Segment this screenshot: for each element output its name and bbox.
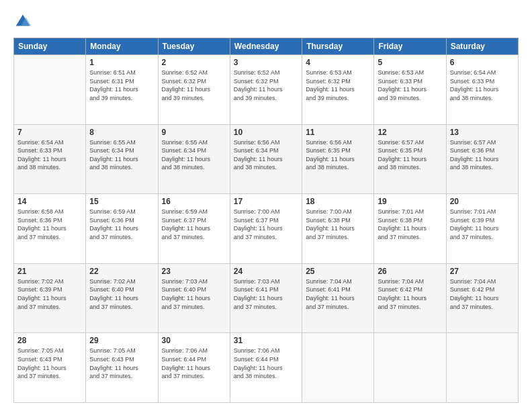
calendar-week-row: 28Sunrise: 7:05 AM Sunset: 6:43 PM Dayli… [14,333,519,403]
calendar-cell: 16Sunrise: 6:59 AM Sunset: 6:37 PM Dayli… [158,194,230,264]
day-number: 30 [162,336,226,345]
calendar-cell: 12Sunrise: 6:57 AM Sunset: 6:35 PM Dayli… [374,124,446,194]
calendar-cell: 4Sunrise: 6:53 AM Sunset: 6:32 PM Daylig… [302,55,374,125]
day-number: 15 [89,197,154,206]
day-number: 1 [89,58,154,67]
calendar-cell: 24Sunrise: 7:03 AM Sunset: 6:41 PM Dayli… [230,263,302,333]
calendar-week-row: 21Sunrise: 7:02 AM Sunset: 6:39 PM Dayli… [14,263,519,333]
day-info: Sunrise: 7:05 AM Sunset: 6:43 PM Dayligh… [17,347,82,380]
day-number: 6 [450,58,515,67]
calendar-week-row: 1Sunrise: 6:51 AM Sunset: 6:31 PM Daylig… [14,55,519,125]
day-info: Sunrise: 7:05 AM Sunset: 6:43 PM Dayligh… [89,347,154,380]
day-header-friday: Friday [374,38,446,55]
day-number: 14 [17,197,82,206]
calendar-header-row: SundayMondayTuesdayWednesdayThursdayFrid… [14,38,519,55]
calendar-week-row: 14Sunrise: 6:58 AM Sunset: 6:36 PM Dayli… [14,194,519,264]
day-number: 4 [306,58,370,67]
day-number: 13 [450,128,515,137]
day-number: 2 [162,58,226,67]
day-number: 20 [450,197,515,206]
day-number: 3 [234,58,298,67]
calendar-cell: 9Sunrise: 6:55 AM Sunset: 6:34 PM Daylig… [158,124,230,194]
day-number: 29 [89,336,154,345]
day-info: Sunrise: 6:54 AM Sunset: 6:33 PM Dayligh… [450,68,515,102]
day-header-wednesday: Wednesday [230,38,302,55]
calendar-cell [302,333,374,403]
day-number: 24 [234,267,298,276]
calendar-cell: 3Sunrise: 6:52 AM Sunset: 6:32 PM Daylig… [230,55,302,125]
calendar-cell: 25Sunrise: 7:04 AM Sunset: 6:41 PM Dayli… [302,263,374,333]
calendar-cell: 11Sunrise: 6:56 AM Sunset: 6:35 PM Dayli… [302,124,374,194]
day-info: Sunrise: 6:57 AM Sunset: 6:36 PM Dayligh… [450,138,515,172]
header [13,12,519,31]
calendar-cell: 19Sunrise: 7:01 AM Sunset: 6:38 PM Dayli… [374,194,446,264]
calendar-cell: 20Sunrise: 7:01 AM Sunset: 6:39 PM Dayli… [446,194,518,264]
day-number: 17 [234,197,298,206]
day-info: Sunrise: 6:59 AM Sunset: 6:36 PM Dayligh… [89,208,154,241]
calendar-week-row: 7Sunrise: 6:54 AM Sunset: 6:33 PM Daylig… [14,124,519,194]
day-info: Sunrise: 7:01 AM Sunset: 6:38 PM Dayligh… [378,208,442,241]
calendar-cell: 15Sunrise: 6:59 AM Sunset: 6:36 PM Dayli… [86,194,158,264]
day-number: 28 [17,336,82,345]
calendar-cell: 14Sunrise: 6:58 AM Sunset: 6:36 PM Dayli… [14,194,86,264]
calendar-cell: 1Sunrise: 6:51 AM Sunset: 6:31 PM Daylig… [86,55,158,125]
calendar-cell: 5Sunrise: 6:53 AM Sunset: 6:33 PM Daylig… [374,55,446,125]
day-info: Sunrise: 6:56 AM Sunset: 6:35 PM Dayligh… [306,138,370,172]
day-number: 22 [89,267,154,276]
day-number: 9 [162,128,226,137]
day-number: 12 [378,128,442,137]
calendar-cell: 29Sunrise: 7:05 AM Sunset: 6:43 PM Dayli… [86,333,158,403]
calendar-cell: 10Sunrise: 6:56 AM Sunset: 6:34 PM Dayli… [230,124,302,194]
calendar-cell: 27Sunrise: 7:04 AM Sunset: 6:42 PM Dayli… [446,263,518,333]
calendar-cell: 30Sunrise: 7:06 AM Sunset: 6:44 PM Dayli… [158,333,230,403]
day-info: Sunrise: 7:04 AM Sunset: 6:42 PM Dayligh… [450,277,515,311]
calendar-cell: 26Sunrise: 7:04 AM Sunset: 6:42 PM Dayli… [374,263,446,333]
day-number: 26 [378,267,442,276]
day-number: 8 [89,128,154,137]
calendar-cell: 8Sunrise: 6:55 AM Sunset: 6:34 PM Daylig… [86,124,158,194]
day-number: 5 [378,58,442,67]
calendar-cell: 28Sunrise: 7:05 AM Sunset: 6:43 PM Dayli… [14,333,86,403]
day-number: 27 [450,267,515,276]
day-info: Sunrise: 6:59 AM Sunset: 6:37 PM Dayligh… [162,208,226,241]
day-info: Sunrise: 6:54 AM Sunset: 6:33 PM Dayligh… [17,138,82,172]
day-info: Sunrise: 7:04 AM Sunset: 6:41 PM Dayligh… [306,277,370,311]
day-info: Sunrise: 7:01 AM Sunset: 6:39 PM Dayligh… [450,208,515,241]
day-info: Sunrise: 7:00 AM Sunset: 6:37 PM Dayligh… [234,208,298,241]
calendar-cell: 7Sunrise: 6:54 AM Sunset: 6:33 PM Daylig… [14,124,86,194]
calendar-page: SundayMondayTuesdayWednesdayThursdayFrid… [0,0,532,411]
logo [13,12,35,31]
calendar-cell: 17Sunrise: 7:00 AM Sunset: 6:37 PM Dayli… [230,194,302,264]
day-number: 10 [234,128,298,137]
calendar-cell: 18Sunrise: 7:00 AM Sunset: 6:38 PM Dayli… [302,194,374,264]
day-number: 31 [234,336,298,345]
day-info: Sunrise: 7:03 AM Sunset: 6:41 PM Dayligh… [234,277,298,311]
day-info: Sunrise: 6:53 AM Sunset: 6:32 PM Dayligh… [306,68,370,102]
day-info: Sunrise: 6:56 AM Sunset: 6:34 PM Dayligh… [234,138,298,172]
calendar-table: SundayMondayTuesdayWednesdayThursdayFrid… [13,38,519,403]
day-number: 18 [306,197,370,206]
day-info: Sunrise: 6:55 AM Sunset: 6:34 PM Dayligh… [162,138,226,172]
calendar-cell: 2Sunrise: 6:52 AM Sunset: 6:32 PM Daylig… [158,55,230,125]
day-info: Sunrise: 7:02 AM Sunset: 6:39 PM Dayligh… [17,277,82,311]
day-number: 19 [378,197,442,206]
day-number: 16 [162,197,226,206]
day-info: Sunrise: 7:06 AM Sunset: 6:44 PM Dayligh… [162,347,226,380]
day-number: 7 [17,128,82,137]
day-info: Sunrise: 7:06 AM Sunset: 6:44 PM Dayligh… [234,347,298,380]
day-header-tuesday: Tuesday [158,38,230,55]
day-info: Sunrise: 6:51 AM Sunset: 6:31 PM Dayligh… [89,68,154,102]
day-header-sunday: Sunday [14,38,86,55]
day-header-monday: Monday [86,38,158,55]
calendar-cell: 22Sunrise: 7:02 AM Sunset: 6:40 PM Dayli… [86,263,158,333]
day-number: 11 [306,128,370,137]
calendar-cell [374,333,446,403]
day-header-thursday: Thursday [302,38,374,55]
calendar-cell [14,55,86,125]
calendar-cell: 13Sunrise: 6:57 AM Sunset: 6:36 PM Dayli… [446,124,518,194]
day-info: Sunrise: 7:04 AM Sunset: 6:42 PM Dayligh… [378,277,442,311]
calendar-cell: 21Sunrise: 7:02 AM Sunset: 6:39 PM Dayli… [14,263,86,333]
day-info: Sunrise: 6:52 AM Sunset: 6:32 PM Dayligh… [162,68,226,102]
calendar-cell: 6Sunrise: 6:54 AM Sunset: 6:33 PM Daylig… [446,55,518,125]
day-number: 21 [17,267,82,276]
